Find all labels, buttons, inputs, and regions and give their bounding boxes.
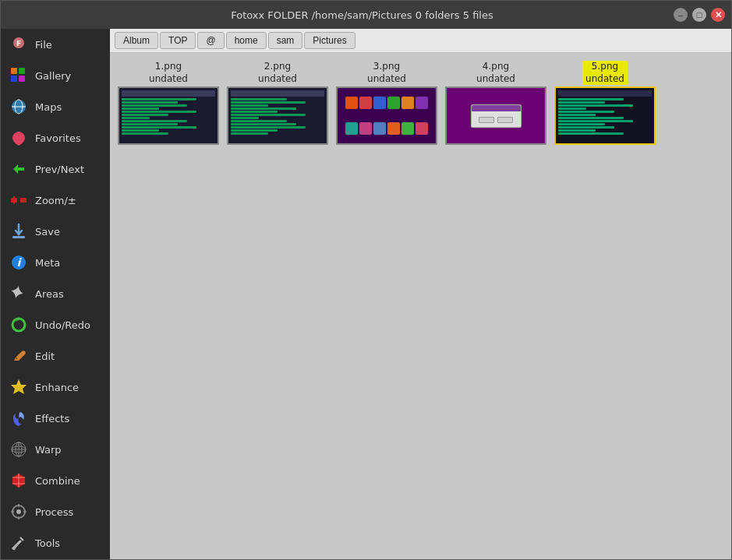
svg-rect-11 — [20, 198, 27, 203]
zoom-icon — [9, 190, 29, 210]
titlebar-title: Fotoxx FOLDER /home/sam/Pictures 0 folde… — [51, 9, 674, 21]
sidebar-item-save[interactable]: Save — [1, 216, 110, 247]
svg-rect-12 — [12, 236, 25, 238]
svg-rect-3 — [19, 68, 25, 74]
sidebar-item-undoredo[interactable]: Undo/Redo — [1, 309, 110, 340]
app-window: Fotoxx FOLDER /home/sam/Pictures 0 folde… — [0, 0, 732, 560]
close-button[interactable]: ✕ — [711, 8, 725, 22]
sidebar-item-favorites[interactable]: Favorites — [1, 122, 110, 153]
thumbnail-5-label: 5.png undated — [582, 61, 628, 85]
svg-text:F: F — [16, 40, 21, 48]
sidebar-label-zoom: Zoom/± — [35, 195, 76, 206]
svg-rect-30 — [18, 516, 19, 519]
process-icon — [9, 502, 29, 522]
breadcrumb-top[interactable]: TOP — [160, 32, 196, 49]
svg-rect-10 — [13, 196, 15, 204]
svg-rect-29 — [18, 504, 19, 507]
thumbnail-3[interactable]: 3.png undated — [336, 61, 437, 145]
combine-icon — [9, 470, 29, 491]
breadcrumb-pictures[interactable]: Pictures — [304, 32, 355, 49]
thumbnail-1-image[interactable] — [118, 86, 219, 145]
sidebar-item-maps[interactable]: Maps — [1, 91, 110, 122]
svg-rect-4 — [11, 76, 17, 82]
sidebar-label-save: Save — [35, 226, 60, 238]
sidebar-item-areas[interactable]: Areas — [1, 278, 110, 309]
thumbnail-4-label: 4.png undated — [476, 61, 515, 85]
thumbnail-2-image[interactable] — [227, 86, 328, 145]
sidebar-item-edit[interactable]: Edit — [1, 340, 110, 372]
sidebar-label-maps: Maps — [35, 101, 62, 113]
sidebar-item-effects[interactable]: Effects — [1, 403, 110, 434]
sidebar-label-favorites: Favorites — [35, 132, 81, 144]
sidebar-item-tools[interactable]: Tools — [1, 527, 110, 558]
svg-line-35 — [14, 544, 17, 549]
sidebar-label-enhance: Enhance — [35, 382, 79, 393]
sidebar-item-combine[interactable]: Combine — [1, 465, 110, 496]
sidebar-item-zoom[interactable]: Zoom/± — [1, 185, 110, 216]
breadcrumb-home[interactable]: home — [226, 32, 267, 49]
maps-icon — [9, 97, 29, 117]
sidebar-label-effects: Effects — [35, 413, 69, 424]
svg-marker-17 — [11, 379, 27, 394]
thumbnail-5-image[interactable] — [554, 86, 656, 145]
sidebar: F File Gallery — [1, 29, 110, 559]
breadcrumb-album[interactable]: Album — [115, 32, 158, 49]
svg-point-28 — [16, 509, 21, 514]
sidebar-item-file[interactable]: F File — [1, 29, 110, 60]
sidebar-item-gallery[interactable]: Gallery — [1, 60, 110, 91]
thumbnail-4-image[interactable] — [445, 86, 546, 145]
svg-rect-31 — [11, 511, 14, 512]
file-icon: F — [9, 34, 29, 55]
edit-icon — [9, 346, 29, 366]
thumbnail-5[interactable]: 5.png undated — [554, 61, 656, 145]
breadcrumb-bar: Album TOP @ home sam Pictures — [110, 29, 731, 53]
sidebar-item-process[interactable]: Process — [1, 496, 110, 527]
sidebar-label-tools: Tools — [35, 537, 60, 549]
sidebar-label-prevnext: Prev/Next — [35, 164, 84, 175]
prevnext-icon — [9, 159, 29, 179]
minimize-button[interactable]: – — [674, 8, 688, 22]
sidebar-label-warp: Warp — [35, 444, 62, 456]
titlebar: Fotoxx FOLDER /home/sam/Pictures 0 folde… — [1, 1, 731, 29]
thumbnail-3-image[interactable] — [336, 86, 437, 145]
sidebar-label-meta: Meta — [35, 257, 60, 269]
areas-icon — [9, 284, 29, 304]
thumbnail-2-label: 2.png undated — [258, 61, 297, 85]
effects-icon — [9, 408, 29, 428]
warp-icon — [9, 439, 29, 460]
undoredo-icon — [9, 315, 29, 335]
thumbnails-area: 1.png undated — [110, 53, 731, 559]
svg-rect-32 — [23, 511, 27, 512]
thumbnail-3-label: 3.png undated — [367, 61, 406, 85]
maximize-button[interactable]: □ — [692, 8, 706, 22]
tools-icon — [9, 533, 29, 553]
breadcrumb-sam[interactable]: sam — [268, 32, 303, 49]
sidebar-item-meta[interactable]: i Meta — [1, 247, 110, 278]
sidebar-item-prevnext[interactable]: Prev/Next — [1, 153, 110, 185]
titlebar-controls: – □ ✕ — [674, 8, 725, 22]
sidebar-item-help[interactable]: ? Help — [1, 558, 110, 559]
thumbnail-1-label: 1.png undated — [149, 61, 188, 85]
thumbnail-4[interactable]: 4.png undated — [445, 61, 546, 145]
svg-line-34 — [20, 537, 23, 541]
sidebar-label-areas: Areas — [35, 288, 64, 300]
breadcrumb-at[interactable]: @ — [197, 32, 224, 49]
sidebar-label-file: File — [35, 39, 52, 51]
sidebar-label-gallery: Gallery — [35, 70, 71, 82]
save-icon — [9, 221, 29, 241]
svg-point-15 — [12, 319, 25, 331]
gallery-icon — [9, 65, 29, 86]
content-area: Album TOP @ home sam Pictures 1.png unda… — [110, 29, 731, 559]
sidebar-label-edit: Edit — [35, 350, 55, 362]
enhance-icon — [9, 377, 29, 397]
sidebar-label-combine: Combine — [35, 475, 80, 487]
thumbnail-1[interactable]: 1.png undated — [118, 61, 219, 145]
sidebar-label-undoredo: Undo/Redo — [35, 319, 90, 331]
sidebar-label-process: Process — [35, 506, 73, 518]
sidebar-item-enhance[interactable]: Enhance — [1, 372, 110, 403]
svg-rect-5 — [19, 76, 25, 82]
sidebar-item-warp[interactable]: Warp — [1, 434, 110, 465]
thumbnail-2[interactable]: 2.png undated — [227, 61, 328, 145]
main-area: F File Gallery — [1, 29, 731, 559]
favorites-icon — [9, 128, 29, 148]
